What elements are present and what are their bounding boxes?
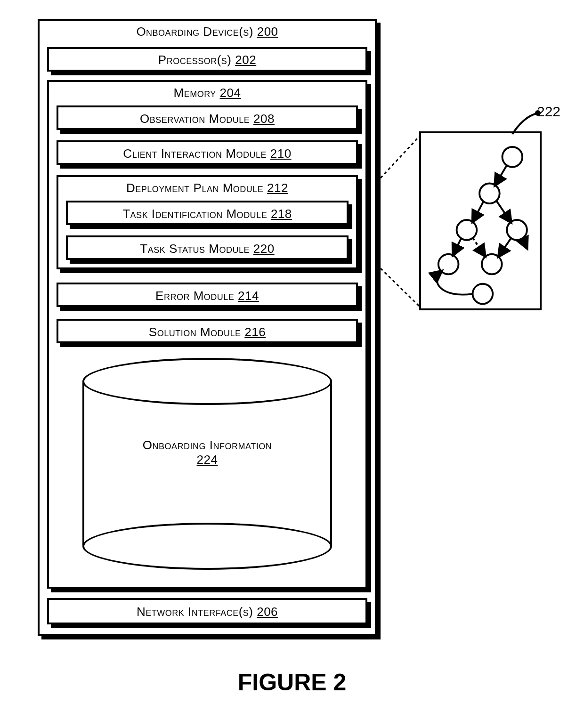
cylinder-top [82, 358, 332, 405]
tree-callout-box [419, 131, 542, 310]
onboarding-information-text: Onboarding Information [143, 438, 272, 452]
observation-module-text: Observation Module [140, 112, 250, 126]
diagram-canvas: Onboarding Device(s) 200 Processor(s) 20… [9, 19, 575, 709]
svg-line-12 [453, 238, 461, 255]
onboarding-device-label: Onboarding Device(s) 200 [40, 24, 375, 39]
network-interface-box: Network Interface(s) 206 [47, 598, 367, 624]
callout-connector-lines [372, 127, 424, 315]
task-status-module-label: Task Status Module 220 [68, 237, 347, 256]
network-interface-label: Network Interface(s) 206 [49, 600, 365, 619]
deployment-plan-module-num: 212 [267, 181, 288, 195]
task-status-module-num: 220 [253, 242, 275, 256]
task-identification-module-box: Task Identification Module 218 [66, 201, 349, 225]
figure-caption: FIGURE 2 [9, 669, 575, 696]
onboarding-information-cylinder: Onboarding Information 224 [82, 358, 332, 570]
task-identification-module-num: 218 [271, 207, 292, 221]
onboarding-device-num: 200 [257, 24, 278, 39]
svg-line-14 [522, 238, 527, 248]
svg-line-11 [496, 201, 511, 222]
svg-point-3 [479, 184, 500, 204]
observation-module-num: 208 [253, 112, 275, 126]
svg-point-7 [482, 254, 502, 275]
error-module-box: Error Module 214 [57, 283, 358, 307]
client-interaction-module-text: Client Interaction Module [123, 146, 267, 161]
solution-module-num: 216 [244, 325, 266, 339]
svg-line-9 [495, 165, 507, 186]
observation-module-box: Observation Module 208 [57, 105, 358, 130]
processor-text: Processor(s) [158, 53, 232, 67]
svg-point-2 [503, 147, 523, 167]
solution-module-box: Solution Module 216 [57, 319, 358, 343]
task-identification-module-text: Task Identification Module [122, 207, 267, 221]
processor-box: Processor(s) 202 [47, 47, 367, 72]
deployment-plan-module-label: Deployment Plan Module 212 [58, 181, 356, 195]
task-identification-module-label: Task Identification Module 218 [68, 202, 347, 221]
svg-line-0 [381, 137, 419, 178]
client-interaction-module-label: Client Interaction Module 210 [58, 142, 356, 161]
svg-point-4 [457, 220, 477, 240]
processor-num: 202 [235, 53, 256, 67]
error-module-text: Error Module [155, 289, 234, 303]
error-module-label: Error Module 214 [58, 284, 356, 303]
task-status-module-box: Task Status Module 220 [66, 235, 349, 260]
onboarding-information-num: 224 [197, 453, 218, 467]
task-status-module-text: Task Status Module [140, 242, 250, 256]
network-interface-num: 206 [257, 605, 278, 619]
memory-num: 204 [220, 86, 241, 100]
svg-point-8 [473, 284, 493, 304]
solution-module-text: Solution Module [149, 325, 241, 339]
error-module-num: 214 [238, 289, 259, 303]
observation-module-label: Observation Module 208 [58, 107, 356, 126]
callout-number: 222 [537, 104, 560, 120]
svg-line-1 [381, 268, 419, 306]
svg-line-15 [473, 238, 485, 256]
processor-label: Processor(s) 202 [49, 49, 365, 67]
tree-diagram-icon [421, 133, 540, 308]
onboarding-device-text: Onboarding Device(s) [136, 24, 253, 39]
client-interaction-module-box: Client Interaction Module 210 [57, 140, 358, 165]
svg-point-5 [507, 220, 527, 240]
onboarding-information-label: Onboarding Information 224 [82, 438, 332, 467]
svg-line-10 [473, 201, 484, 222]
memory-text: Memory [174, 86, 216, 100]
memory-label: Memory 204 [49, 86, 365, 100]
svg-line-13 [499, 238, 511, 257]
solution-module-label: Solution Module 216 [58, 321, 356, 340]
deployment-plan-module-text: Deployment Plan Module [126, 181, 263, 195]
network-interface-text: Network Interface(s) [137, 605, 253, 619]
client-interaction-module-num: 210 [270, 146, 292, 161]
